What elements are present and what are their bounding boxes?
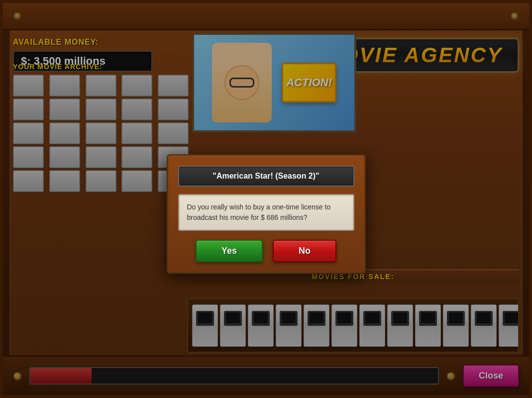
dialog-message: Do you really wish to buy a one-time lic…: [178, 194, 354, 231]
yes-button[interactable]: Yes: [196, 240, 263, 262]
dialog-buttons: Yes No: [178, 240, 354, 262]
dialog-overlay: "American Star! (Season 2)" Do you reall…: [3, 3, 529, 395]
dialog-box: "American Star! (Season 2)" Do you reall…: [167, 154, 366, 274]
no-button[interactable]: No: [273, 240, 336, 262]
game-container: AVAILABLE MONEY: $: 3,500 millions MOVIE…: [0, 0, 532, 398]
dialog-title: "American Star! (Season 2)": [178, 166, 354, 187]
